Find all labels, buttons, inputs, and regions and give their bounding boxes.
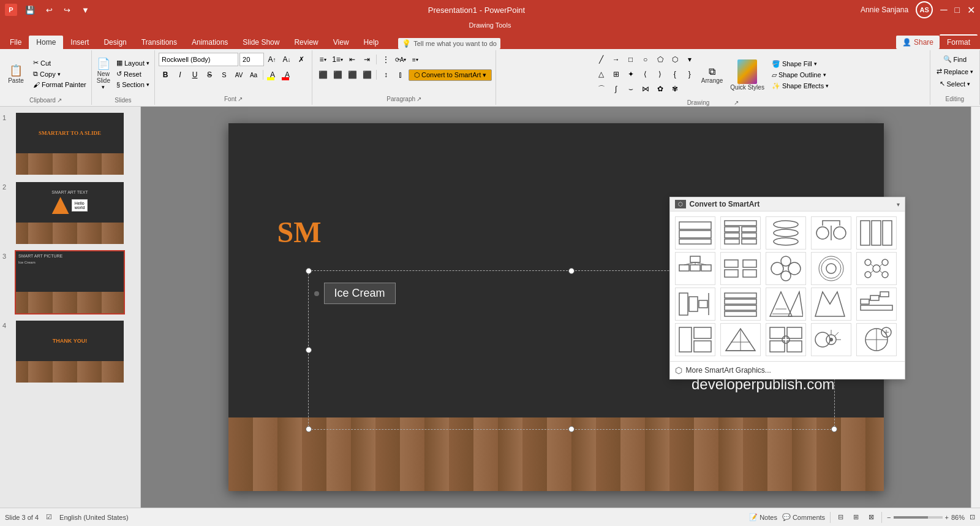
shape9-tool[interactable]: ✦ <box>624 67 638 81</box>
user-avatar[interactable]: AS <box>916 1 933 18</box>
line-spacing-button[interactable]: ↕ <box>379 68 393 82</box>
notes-button[interactable]: 📝 Notes <box>749 513 777 521</box>
line-tool[interactable]: ╱ <box>595 53 608 66</box>
minimize-button[interactable]: ─ <box>940 4 947 15</box>
smartart-item-18[interactable] <box>766 323 806 356</box>
paste-button[interactable]: 📋 Paste <box>2 51 29 96</box>
tab-help[interactable]: Help <box>356 36 386 49</box>
view-normal-button[interactable]: ⊟ <box>835 512 846 522</box>
copy-button[interactable]: ⧉ Copy ▾ <box>31 69 89 79</box>
zoom-slider[interactable] <box>894 516 943 519</box>
font-color-button[interactable]: A <box>281 68 294 82</box>
text-item[interactable]: Ice Cream <box>324 283 396 304</box>
shape14-tool[interactable]: ⌣ <box>624 82 638 96</box>
add-remove-col-button[interactable]: ⋮ <box>379 53 393 66</box>
view-reading-button[interactable]: ⊠ <box>866 512 876 522</box>
shape-outline-button[interactable]: ▱ Shape Outline ▾ <box>769 70 831 80</box>
decrease-indent-button[interactable]: ⇤ <box>345 53 359 66</box>
shadow-button[interactable]: S <box>217 68 231 82</box>
clear-format-button[interactable]: ✗ <box>295 53 308 66</box>
redo-qat-button[interactable]: ↪ <box>61 4 74 16</box>
smartart-more-button[interactable]: ⬡ More SmartArt Graphics... <box>670 361 905 379</box>
slide-thumb-1[interactable]: 1 SMARTART TO A SLIDE <box>2 112 138 176</box>
arrow-tool[interactable]: → <box>609 53 623 66</box>
underline-button[interactable]: U <box>188 68 202 82</box>
smartart-item-8[interactable] <box>766 252 806 285</box>
rect-tool[interactable]: □ <box>624 53 638 66</box>
char-spacing-button[interactable]: AV <box>232 68 246 82</box>
new-slide-button[interactable]: 📄 NewSlide ▾ <box>94 51 113 96</box>
bold-button[interactable]: B <box>159 68 172 82</box>
tell-me-bar[interactable]: 💡 Tell me what you want to do <box>398 38 500 49</box>
font-name-input[interactable] <box>159 53 238 66</box>
increase-indent-button[interactable]: ⇥ <box>360 53 374 66</box>
strikethrough-button[interactable]: S <box>203 68 216 82</box>
shape7-tool[interactable]: △ <box>595 67 608 81</box>
customize-qat-button[interactable]: ▼ <box>78 4 92 16</box>
replace-button[interactable]: ⇄ Replace ▾ <box>934 66 976 77</box>
tab-design[interactable]: Design <box>96 36 134 49</box>
undo-qat-button[interactable]: ↩ <box>43 4 56 16</box>
cut-button[interactable]: ✂ Cut <box>31 58 89 68</box>
columns-button[interactable]: ⫿ <box>394 68 407 82</box>
smartart-item-15[interactable] <box>856 288 897 321</box>
font-expand-icon[interactable]: ↗ <box>238 96 243 102</box>
more-shapes-button[interactable]: ▾ <box>683 53 696 66</box>
shape5-tool[interactable]: ⬠ <box>654 53 667 66</box>
font-size-input[interactable] <box>239 53 264 66</box>
smartart-item-17[interactable] <box>720 323 761 356</box>
slide-thumb-3[interactable]: 3 SMART ART PICTURE Ice Cream <box>2 250 138 314</box>
tab-file[interactable]: File <box>2 36 29 49</box>
convert-smartart-button[interactable]: ⬡ Convert to SmartArt ▾ <box>409 69 492 81</box>
smartart-item-11[interactable] <box>675 288 715 321</box>
smartart-item-13[interactable] <box>766 288 806 321</box>
italic-button[interactable]: I <box>173 68 187 82</box>
smartart-item-10[interactable] <box>856 252 897 285</box>
tab-home[interactable]: Home <box>29 36 63 49</box>
zoom-percent[interactable]: 86% <box>951 514 965 521</box>
smartart-item-14[interactable] <box>811 288 851 321</box>
handle-tl[interactable] <box>306 268 312 274</box>
slide-thumb-2[interactable]: 2 SMART ART TEXT Helloworld <box>2 181 138 245</box>
tab-format[interactable]: Format <box>940 34 978 49</box>
highlight-button[interactable]: A <box>266 68 279 82</box>
smartart-item-3[interactable] <box>766 216 806 250</box>
shape13-tool[interactable]: } <box>683 67 696 81</box>
paragraph-expand-icon[interactable]: ↗ <box>417 96 421 102</box>
reset-button[interactable]: ↺ Reset <box>114 69 152 79</box>
numbering-button[interactable]: 1≡▾ <box>331 53 344 66</box>
smartart-item-5[interactable] <box>856 216 897 250</box>
align-text-button[interactable]: ≡ ▾ <box>409 53 422 66</box>
restore-button[interactable]: □ <box>955 5 960 15</box>
bullets-button[interactable]: ≡▾ <box>316 53 330 66</box>
shape6-tool[interactable]: ⬡ <box>668 53 682 66</box>
comments-button[interactable]: 💬 Comments <box>782 513 825 521</box>
smartart-item-12[interactable] <box>720 288 761 321</box>
arc-tool[interactable]: ⌒ <box>595 82 608 96</box>
section-button[interactable]: § Section ▾ <box>114 80 152 90</box>
find-button[interactable]: 🔍 Find <box>941 54 969 64</box>
smartart-item-2[interactable] <box>720 216 761 250</box>
tab-review[interactable]: Review <box>287 36 325 49</box>
align-center-button[interactable]: ⬛ <box>331 68 344 82</box>
align-left-button[interactable]: ⬛ <box>316 68 330 82</box>
arrange-button[interactable]: ⧉ Arrange <box>699 53 726 97</box>
shape10-tool[interactable]: ⟨ <box>639 67 652 81</box>
smartart-item-9[interactable] <box>811 252 851 285</box>
accessibility-icon[interactable]: ☑ <box>46 513 52 521</box>
smartart-item-19[interactable] <box>811 323 851 356</box>
tab-slideshow[interactable]: Slide Show <box>235 36 287 49</box>
view-outline-button[interactable]: ⊞ <box>851 512 861 522</box>
shape-fill-button[interactable]: 🪣 Shape Fill ▾ <box>769 59 831 69</box>
clipboard-expand-icon[interactable]: ↗ <box>57 97 62 104</box>
curve-tool[interactable]: ∫ <box>609 82 623 96</box>
smartart-item-16[interactable] <box>675 323 715 356</box>
drawing-expand-icon[interactable]: ↗ <box>734 99 739 106</box>
layout-button[interactable]: ▦ Layout ▾ <box>114 58 152 68</box>
smartart-item-4[interactable] <box>811 216 851 250</box>
font-size-case-button[interactable]: Aa <box>247 68 260 82</box>
shape-effects-button[interactable]: ✨ Shape Effects ▾ <box>769 81 831 91</box>
shape17-tool[interactable]: ✾ <box>668 82 682 96</box>
smartart-item-6[interactable] <box>675 252 715 285</box>
tab-animations[interactable]: Animations <box>184 36 235 49</box>
